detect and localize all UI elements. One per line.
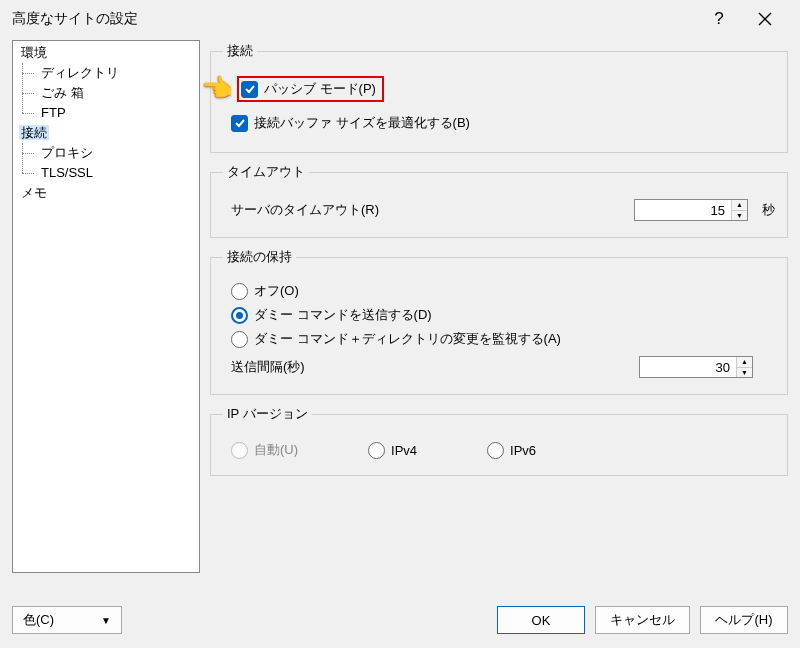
group-timeout-legend: タイムアウト bbox=[223, 163, 309, 181]
advanced-site-settings-window: 高度なサイトの設定 ? 環境 ディレクトリ ごみ 箱 FTP 接続 bbox=[0, 0, 800, 648]
spinner-down-icon[interactable]: ▼ bbox=[737, 368, 752, 378]
group-connection: 接続 パッシブ モード(P) 接続バッファ サイズを最適化する(B) bbox=[210, 42, 788, 153]
help-button[interactable]: ヘルプ(H) bbox=[700, 606, 788, 634]
tree-node-recyclebin[interactable]: ごみ 箱 bbox=[29, 83, 197, 103]
keepalive-dummy-label: ダミー コマンドを送信する(D) bbox=[254, 306, 432, 324]
keepalive-off-label: オフ(O) bbox=[254, 282, 299, 300]
interval-spinner[interactable]: ▲ ▼ bbox=[639, 356, 753, 378]
color-button-label: 色(C) bbox=[23, 611, 54, 629]
ip-auto-label: 自動(U) bbox=[254, 441, 298, 459]
optimize-buffer-label: 接続バッファ サイズを最適化する(B) bbox=[254, 114, 470, 132]
ip-v6-label: IPv6 bbox=[510, 443, 536, 458]
ok-button[interactable]: OK bbox=[497, 606, 585, 634]
group-ip-version: IP バージョン 自動(U) IPv4 IPv6 bbox=[210, 405, 788, 476]
help-icon[interactable]: ? bbox=[696, 4, 742, 34]
spinner-up-icon[interactable]: ▲ bbox=[732, 200, 747, 211]
spinner-down-icon[interactable]: ▼ bbox=[732, 211, 747, 221]
color-button[interactable]: 色(C) ▼ bbox=[12, 606, 122, 634]
group-ip-legend: IP バージョン bbox=[223, 405, 312, 423]
keepalive-dummy-radio[interactable] bbox=[231, 307, 248, 324]
cancel-button[interactable]: キャンセル bbox=[595, 606, 690, 634]
chevron-down-icon: ▼ bbox=[101, 615, 111, 626]
settings-tree[interactable]: 環境 ディレクトリ ごみ 箱 FTP 接続 プロキシ TLS/SSL メモ bbox=[12, 40, 200, 573]
passive-mode-label: パッシブ モード(P) bbox=[264, 80, 376, 98]
tree-node-tlsssl[interactable]: TLS/SSL bbox=[29, 163, 197, 183]
group-keepalive-legend: 接続の保持 bbox=[223, 248, 296, 266]
dialog-footer: 色(C) ▼ OK キャンセル ヘルプ(H) bbox=[0, 592, 800, 648]
server-timeout-label: サーバのタイムアウト(R) bbox=[231, 201, 379, 219]
interval-label: 送信間隔(秒) bbox=[231, 358, 305, 376]
group-keepalive: 接続の保持 オフ(O) ダミー コマンドを送信する(D) ダミー コマンド＋ディ… bbox=[210, 248, 788, 395]
server-timeout-input[interactable] bbox=[635, 200, 731, 220]
spinner-up-icon[interactable]: ▲ bbox=[737, 357, 752, 368]
tree-node-memo[interactable]: メモ bbox=[19, 183, 197, 203]
seconds-unit: 秒 bbox=[762, 201, 775, 219]
tree-node-environment[interactable]: 環境 bbox=[19, 43, 197, 63]
optimize-buffer-checkbox[interactable] bbox=[231, 115, 248, 132]
window-title: 高度なサイトの設定 bbox=[12, 10, 138, 28]
interval-input[interactable] bbox=[640, 357, 736, 377]
ip-v6-radio[interactable] bbox=[487, 442, 504, 459]
ip-v4-label: IPv4 bbox=[391, 443, 417, 458]
server-timeout-spinner[interactable]: ▲ ▼ bbox=[634, 199, 748, 221]
tree-node-ftp[interactable]: FTP bbox=[29, 103, 197, 123]
ip-v4-radio[interactable] bbox=[368, 442, 385, 459]
tree-node-directory[interactable]: ディレクトリ bbox=[29, 63, 197, 83]
settings-panel: 接続 パッシブ モード(P) 接続バッファ サイズを最適化する(B) bbox=[210, 40, 788, 584]
group-connection-legend: 接続 bbox=[223, 42, 257, 60]
titlebar: 高度なサイトの設定 ? bbox=[0, 0, 800, 38]
keepalive-off-radio[interactable] bbox=[231, 283, 248, 300]
group-timeout: タイムアウト サーバのタイムアウト(R) ▲ ▼ 秒 bbox=[210, 163, 788, 238]
passive-mode-highlight: パッシブ モード(P) bbox=[237, 76, 384, 102]
tree-node-connection[interactable]: 接続 bbox=[19, 123, 197, 143]
keepalive-dummy-dir-label: ダミー コマンド＋ディレクトリの変更を監視する(A) bbox=[254, 330, 561, 348]
close-icon[interactable] bbox=[742, 4, 788, 34]
passive-mode-checkbox[interactable] bbox=[241, 81, 258, 98]
ip-auto-radio bbox=[231, 442, 248, 459]
tree-node-proxy[interactable]: プロキシ bbox=[29, 143, 197, 163]
keepalive-dummy-dir-radio[interactable] bbox=[231, 331, 248, 348]
